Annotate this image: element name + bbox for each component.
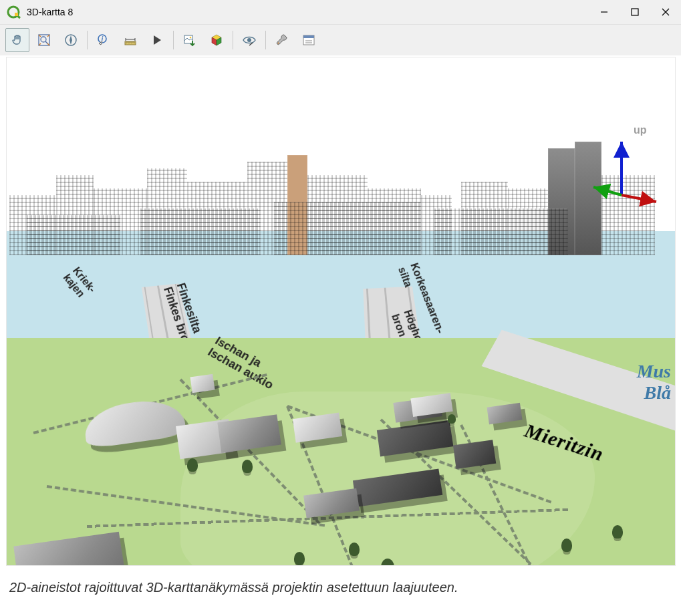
eye-icon xyxy=(242,33,257,47)
tree xyxy=(448,414,456,424)
save-image-icon xyxy=(183,33,196,47)
measure-icon xyxy=(124,33,137,47)
options-icon xyxy=(302,33,315,47)
tree xyxy=(612,525,623,538)
tree xyxy=(294,552,305,565)
3d-map-viewport[interactable]: Finkesilta Finkes bro Korkeasaaren- silt… xyxy=(6,57,676,566)
visibility-button[interactable] xyxy=(237,28,261,52)
svg-point-10 xyxy=(190,37,192,39)
close-button[interactable] xyxy=(650,0,681,24)
building xyxy=(190,374,215,393)
svg-point-11 xyxy=(247,38,251,42)
wrench-icon xyxy=(275,33,289,47)
toolbar-separator xyxy=(233,31,233,49)
tree xyxy=(187,458,198,472)
axis-gizmo[interactable]: up xyxy=(581,128,662,208)
water-label-mus: Mus xyxy=(637,361,671,382)
pan-tool-button[interactable] xyxy=(5,28,29,52)
toolbar-separator xyxy=(87,31,88,49)
figure-caption: 2D-aineistot rajoittuvat 3D-karttanäkymä… xyxy=(9,578,672,597)
svg-point-4 xyxy=(41,37,46,42)
identify-icon: i xyxy=(97,33,110,47)
play-icon xyxy=(151,34,163,46)
measure-button[interactable] xyxy=(118,28,142,52)
svg-rect-2 xyxy=(632,9,638,15)
save-image-button[interactable] xyxy=(178,28,202,52)
compass-icon xyxy=(64,33,78,47)
axis-y xyxy=(593,187,622,195)
minimize-button[interactable] xyxy=(589,0,620,24)
compass-button[interactable] xyxy=(59,28,83,52)
settings-button[interactable] xyxy=(270,28,294,52)
identify-button[interactable]: i xyxy=(92,28,116,52)
zoom-full-button[interactable] xyxy=(32,28,56,52)
zoom-extents-icon xyxy=(37,33,51,47)
options-button[interactable] xyxy=(297,28,321,52)
cube-icon xyxy=(210,33,223,47)
maximize-button[interactable] xyxy=(620,0,650,24)
toolbar: i xyxy=(0,25,681,55)
tree xyxy=(242,460,253,473)
toolbar-separator xyxy=(173,31,174,49)
app-window: 3D-kartta 8 i xyxy=(0,0,681,597)
city-skyline xyxy=(7,128,675,255)
svg-rect-1 xyxy=(15,13,18,16)
svg-rect-13 xyxy=(303,35,314,38)
animation-play-button[interactable] xyxy=(145,28,169,52)
tree xyxy=(561,538,572,552)
titlebar: 3D-kartta 8 xyxy=(0,0,681,25)
window-title: 3D-kartta 8 xyxy=(27,7,73,17)
3d-cube-button[interactable] xyxy=(205,28,229,52)
axis-x xyxy=(622,195,656,202)
qgis-app-icon xyxy=(7,5,21,19)
tree xyxy=(349,543,360,556)
toolbar-separator xyxy=(265,31,266,49)
window-controls xyxy=(589,0,681,24)
hand-icon xyxy=(13,35,20,44)
water-label-bla: Blå xyxy=(644,382,671,404)
